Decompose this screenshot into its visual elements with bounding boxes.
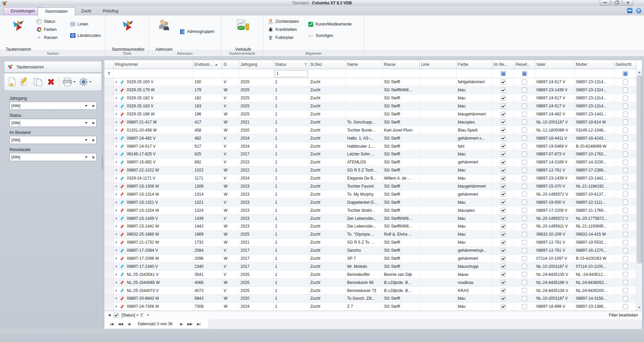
header-stbez[interactable]: St.Bez	[309, 60, 346, 69]
expand-row-icon[interactable]	[116, 265, 117, 268]
cell-name[interactable]: Bennieduiver 73	[346, 287, 383, 295]
cell-rasse[interactable]: SG Steffl	[383, 110, 420, 118]
cell-reisetaube[interactable]	[514, 102, 535, 110]
cell-g[interactable]: V	[222, 175, 239, 183]
cell-farbe[interactable]: blau	[457, 86, 492, 94]
cell-reisetaube[interactable]	[514, 158, 535, 166]
cell-endnummer[interactable]: 1314	[193, 190, 222, 198]
geloescht-checkbox[interactable]	[623, 304, 628, 309]
cell-geloescht[interactable]	[614, 247, 637, 255]
cell-ringnummer[interactable]: 0329-25-179 W	[114, 86, 193, 94]
cell-status[interactable]: 1	[274, 262, 309, 271]
cell-im-bestand[interactable]	[492, 86, 514, 94]
cell-vater[interactable]: 08897-24-482 V	[535, 110, 575, 118]
cell-name[interactable]: Tochter Bunte...	[346, 126, 383, 134]
im-bestand-checkbox[interactable]	[501, 264, 506, 269]
status-filter-input[interactable]: 1	[275, 70, 308, 77]
geloescht-checkbox[interactable]	[623, 136, 628, 141]
cell-status[interactable]: 1	[274, 271, 309, 279]
chevron-down-icon[interactable]	[85, 139, 88, 141]
scroll-down-icon[interactable]	[636, 305, 642, 310]
cell-farbe[interactable]: gehämmertspi...	[457, 247, 492, 255]
cell-mutter[interactable]: 08897-23-1324...	[575, 86, 614, 94]
cell-endnummer[interactable]: 1321	[193, 198, 222, 206]
cell-vater[interactable]: 08897-19-5469 V	[535, 142, 575, 150]
row-indicator-cell[interactable]	[104, 287, 114, 295]
reisetaube-checkbox[interactable]	[522, 128, 527, 133]
cell-name[interactable]: Mr. Moledo	[346, 262, 383, 271]
cell-reisetaube[interactable]	[514, 150, 535, 158]
nav-first-button[interactable]: |◀	[108, 322, 115, 326]
row-indicator-cell[interactable]	[104, 110, 114, 118]
cell-vater[interactable]: 08897-17-2208 V	[535, 206, 575, 214]
cell-g[interactable]: V	[222, 94, 239, 102]
cell-jahrgang[interactable]: 2021	[239, 118, 274, 126]
cell-ringnummer[interactable]: 08897-24-517 V	[114, 142, 193, 150]
cell-geloescht[interactable]	[614, 86, 637, 94]
cell-status[interactable]: 1	[274, 118, 309, 126]
cell-farbe[interactable]: blau	[457, 303, 492, 311]
cell-vater[interactable]: NL-12-1805069 V	[535, 126, 575, 134]
cell-mutter[interactable]: 08897-18-614 W	[575, 118, 614, 126]
header-im-bestand[interactable]: Im Be...	[492, 60, 514, 69]
geloescht-checkbox[interactable]	[623, 119, 628, 125]
cell-vater[interactable]: 07114-10-1097 V	[535, 255, 575, 263]
cell-endnummer[interactable]: 1439	[193, 214, 222, 223]
filter-cell-reisetaube[interactable]	[514, 69, 535, 78]
cell-vater[interactable]: 08897-14-3189 V	[535, 158, 575, 166]
cell-rasse[interactable]: SG Steffl	[383, 166, 420, 175]
geloescht-checkbox[interactable]	[623, 208, 628, 213]
im-bestand-checkbox[interactable]	[501, 128, 506, 133]
row-indicator-cell[interactable]	[104, 142, 114, 150]
cell-geloescht[interactable]	[614, 118, 637, 126]
cell-reisetaube[interactable]	[514, 142, 535, 150]
cell-jahrgang[interactable]: 2023	[239, 183, 274, 191]
cell-jahrgang[interactable]: 2023	[239, 190, 274, 198]
cell-name[interactable]: Elegante De B...	[346, 175, 383, 183]
cell-jahrgang[interactable]: 2023	[239, 214, 274, 223]
cell-status[interactable]: 1	[274, 183, 309, 191]
cell-vater[interactable]: NL-24-6435135 V	[535, 271, 575, 279]
expand-row-icon[interactable]	[116, 121, 117, 124]
cell-ringnummer[interactable]: 08897-20-6643 W	[114, 295, 193, 303]
cell-jahrgang[interactable]: 2024	[239, 303, 274, 311]
cell-status[interactable]: 1	[274, 287, 309, 295]
cell-reisetaube[interactable]	[514, 86, 535, 94]
expand-row-icon[interactable]	[116, 201, 117, 204]
cell-farbe[interactable]: blaugehämmert	[457, 183, 492, 191]
cell-farbe[interactable]: roodkras	[457, 279, 492, 287]
cell-jahrgang[interactable]: 2025	[239, 287, 274, 295]
filter-cell-geloescht[interactable]	[614, 69, 637, 78]
cell-name[interactable]	[346, 110, 383, 118]
expand-row-icon[interactable]	[116, 81, 117, 83]
cell-vater[interactable]: NL-24-8435138 V	[535, 287, 575, 295]
expand-row-icon[interactable]	[116, 185, 117, 188]
cell-vater[interactable]: NL-10-2001187 V	[535, 295, 575, 303]
reisetaube-checkbox[interactable]	[522, 256, 527, 261]
reisetaube-checkbox[interactable]	[522, 160, 527, 165]
reisetaube-checkbox[interactable]	[522, 264, 527, 269]
im-bestand-checkbox[interactable]	[501, 296, 506, 301]
cell-im-bestand[interactable]	[492, 118, 514, 126]
cell-endnummer[interactable]: 183	[193, 102, 222, 110]
cell-ringnummer[interactable]: 01301-20-458 W	[114, 126, 193, 134]
cell-geloescht[interactable]	[614, 142, 637, 150]
cell-endnummer[interactable]: 4073	[193, 287, 222, 295]
cell-vater[interactable]: NL-10-2001187 V	[535, 118, 575, 126]
row-indicator-cell[interactable]	[104, 78, 114, 86]
cell-linie[interactable]	[420, 231, 457, 239]
cell-rasse[interactable]: SG Steffl	[383, 247, 420, 255]
cell-endnummer[interactable]: 4065	[193, 279, 222, 287]
cell-ringnummer[interactable]: 0329-25-182 V	[114, 94, 193, 102]
expand-row-icon[interactable]	[116, 137, 117, 140]
cell-mutter[interactable]: B-15-4100263 W	[575, 255, 614, 263]
cell-reisetaube[interactable]	[514, 295, 535, 303]
cell-ringnummer[interactable]: NL-25-1543541 V	[114, 271, 193, 279]
vertical-scrollbar[interactable]	[636, 69, 642, 311]
row-indicator-cell[interactable]	[104, 239, 114, 247]
taubenstamm-button[interactable]: Taubenstamm	[1, 17, 36, 52]
cell-ringnummer[interactable]: NL-25-1544065 W	[114, 279, 193, 287]
cell-farbe[interactable]: blauspies	[457, 206, 492, 214]
cell-mutter[interactable]: 08897-23-1314...	[575, 102, 614, 110]
cell-mutter[interactable]: NL-20-1775672...	[575, 214, 614, 223]
